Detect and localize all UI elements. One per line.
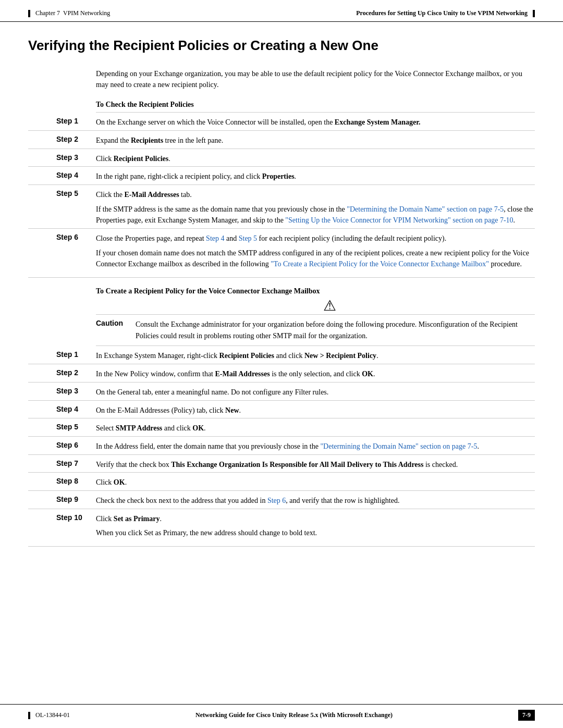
page-title: Verifying the Recipient Policies or Crea… (28, 38, 535, 54)
s2-step-4-label: Step 4 (56, 405, 96, 416)
main-content: Verifying the Recipient Policies or Crea… (0, 22, 563, 578)
link-s2-step6[interactable]: Step 6 (267, 497, 286, 504)
link-step4[interactable]: Step 4 (206, 235, 224, 242)
header-chapter: Chapter 7 (35, 9, 60, 17)
caution-icon: ⚠ (124, 299, 535, 313)
intro-paragraph: Depending on your Exchange organization,… (96, 68, 535, 90)
s2-step-10-content: Click Set as Primary. When you click Set… (96, 513, 535, 539)
s2-step-4: Step 4 On the E-Mail Addresses (Policy) … (28, 401, 535, 419)
link-step5[interactable]: Step 5 (239, 235, 257, 242)
page-header: Chapter 7 VPIM Networking Procedures for… (0, 0, 563, 22)
link-determining-domain[interactable]: "Determining the Domain Name" section on… (347, 205, 504, 213)
header-left-bar (28, 10, 30, 17)
s2-step-6-label: Step 6 (56, 441, 96, 452)
header-right: Procedures for Setting Up Cisco Unity to… (356, 9, 535, 17)
step-5-label: Step 5 (56, 189, 96, 226)
step-1: Step 1 On the Exchange server on which t… (28, 113, 535, 131)
footer-page-number: 7-9 (518, 710, 535, 721)
s2-step-10-label: Step 10 (56, 513, 96, 539)
s2-step-7-label: Step 7 (56, 459, 96, 471)
page: Chapter 7 VPIM Networking Procedures for… (0, 0, 563, 728)
step-3-content: Click Recipient Policies. (96, 153, 535, 165)
steps-section-1: Step 1 On the Exchange server on which t… (28, 113, 535, 278)
caution-box: Caution Consult the Exchange administrat… (96, 314, 535, 346)
s2-step-5: Step 5 Select SMTP Address and click OK. (28, 418, 535, 437)
footer-center: Networking Guide for Cisco Unity Release… (70, 711, 518, 719)
s2-step-2-label: Step 2 (56, 368, 96, 380)
s2-step-7: Step 7 Verify that the check box This Ex… (28, 455, 535, 473)
caution-label: Caution (96, 319, 136, 341)
s2-step-4-content: On the E-Mail Addresses (Policy) tab, cl… (96, 405, 535, 416)
s2-step-1: Step 1 In Exchange System Manager, right… (28, 346, 535, 364)
step-6-content: Close the Properties page, and repeat St… (96, 233, 535, 270)
header-left: Chapter 7 VPIM Networking (28, 9, 110, 17)
s2-step-7-content: Verify that the check box This Exchange … (96, 459, 535, 471)
s2-step-6: Step 6 In the Address field, enter the d… (28, 437, 535, 455)
s2-step-10: Step 10 Click Set as Primary. When you c… (28, 509, 535, 541)
step-6-label: Step 6 (56, 233, 96, 270)
s2-step-8: Step 8 Click OK. (28, 473, 535, 491)
footer-left-text: OL-13844-01 (35, 711, 70, 719)
s2-step-5-label: Step 5 (56, 423, 96, 434)
header-right-text: Procedures for Setting Up Cisco Unity to… (356, 9, 528, 17)
s2-step-3-label: Step 3 (56, 387, 96, 398)
s2-step-3: Step 3 On the General tab, enter a meani… (28, 382, 535, 401)
step-4: Step 4 In the right pane, right-click a … (28, 167, 535, 185)
section2-heading: To Create a Recipient Policy for the Voi… (96, 287, 535, 299)
step-2-label: Step 2 (56, 135, 96, 146)
s2-step-9-content: Check the check box next to the address … (96, 495, 535, 507)
step-4-content: In the right pane, right-click a recipie… (96, 171, 535, 182)
footer-left-bar (28, 712, 30, 719)
s2-step-2-content: In the New Policy window, confirm that E… (96, 368, 535, 380)
s2-step-3-content: On the General tab, enter a meaningful n… (96, 387, 535, 398)
s2-step-2: Step 2 In the New Policy window, confirm… (28, 364, 535, 382)
header-chapter-title: VPIM Networking (63, 9, 110, 17)
s2-step-1-label: Step 1 (56, 350, 96, 362)
step-3: Step 3 Click Recipient Policies. (28, 149, 535, 167)
caution-section: ⚠ Caution Consult the Exchange administr… (56, 299, 535, 346)
steps-section-2: Step 1 In Exchange System Manager, right… (28, 346, 535, 547)
s2-step-9: Step 9 Check the check box next to the a… (28, 491, 535, 509)
s2-step-8-content: Click OK. (96, 477, 535, 488)
link-s2-determining-domain[interactable]: "Determining the Domain Name" section on… (320, 442, 477, 450)
s2-step-5-content: Select SMTP Address and click OK. (96, 423, 535, 434)
s2-step-1-content: In Exchange System Manager, right-click … (96, 350, 535, 362)
section1-heading: To Check the Recipient Policies (96, 101, 535, 113)
s2-step-6-content: In the Address field, enter the domain n… (96, 441, 535, 452)
step-1-content: On the Exchange server on which the Voic… (96, 117, 535, 128)
s2-step-9-label: Step 9 (56, 495, 96, 507)
step-5: Step 5 Click the E-Mail Addresses tab. I… (28, 185, 535, 229)
link-create-recipient-policy[interactable]: "To Create a Recipient Policy for the Vo… (271, 260, 489, 268)
header-right-bar (533, 10, 535, 17)
page-footer: OL-13844-01 Networking Guide for Cisco U… (0, 704, 563, 728)
s2-step-8-label: Step 8 (56, 477, 96, 488)
step-4-label: Step 4 (56, 171, 96, 182)
step-2-content: Expand the Recipients tree in the left p… (96, 135, 535, 146)
step-3-label: Step 3 (56, 153, 96, 165)
link-setting-up-voice-connector[interactable]: "Setting Up the Voice Connector for VPIM… (285, 216, 513, 224)
step-6: Step 6 Close the Properties page, and re… (28, 229, 535, 272)
footer-left: OL-13844-01 (28, 711, 70, 719)
step-5-content: Click the E-Mail Addresses tab. If the S… (96, 189, 535, 226)
step-2: Step 2 Expand the Recipients tree in the… (28, 131, 535, 149)
step-1-label: Step 1 (56, 117, 96, 128)
caution-text: Consult the Exchange administrator for y… (136, 319, 535, 341)
